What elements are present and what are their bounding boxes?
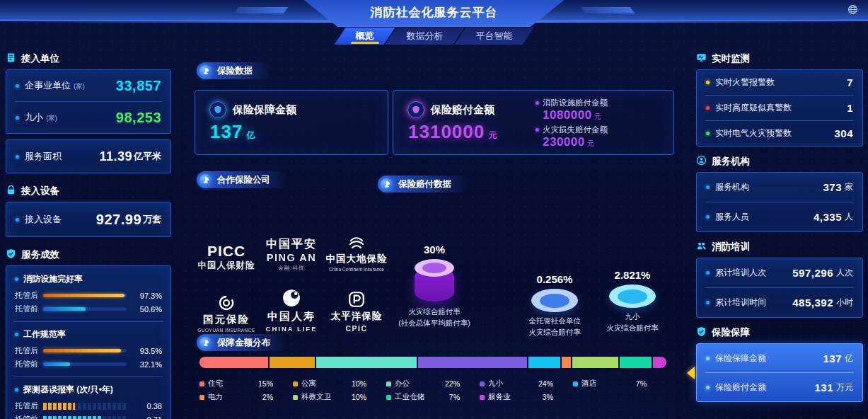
- bar-row-value: 0.38: [132, 402, 162, 411]
- bullet-icon: [706, 106, 710, 110]
- payout-label: 保险赔付金额: [431, 103, 494, 117]
- stat-value: 137: [823, 352, 842, 365]
- detail-value: 230000: [543, 135, 585, 149]
- payout-detail-item: 消防设施赔付金额1080000元: [536, 98, 608, 122]
- effect-bar-row: 托管后97.3%: [15, 289, 162, 302]
- section-insurance-data: 保险数据: [197, 62, 271, 79]
- legend-value: 10%: [352, 379, 366, 388]
- legend-label: 公寓: [301, 379, 316, 389]
- legend-label: 办公: [395, 379, 410, 389]
- effect-group: 工作规范率托管后93.5%托管前32.1%: [6, 323, 170, 376]
- legend-item[interactable]: 科教文卫10%: [293, 391, 386, 403]
- stat-value: 373: [823, 181, 842, 193]
- stat-row: 企事业单位(家)33,857: [6, 70, 170, 101]
- section-title: 合作保险公司: [217, 174, 270, 186]
- section-title: 保险赔付数据: [398, 178, 451, 190]
- tab-data-analysis[interactable]: 数据分析: [386, 28, 465, 45]
- page-title: 消防社会化服务云平台: [304, 0, 565, 27]
- stat-label: 服务人员: [715, 211, 749, 223]
- section-coverage-distribution: 保障金额分布: [197, 334, 289, 351]
- stat-row: 实时火警报警数7: [697, 70, 862, 95]
- bullet-icon: [16, 155, 19, 159]
- legend-item[interactable]: 公寓10%: [293, 378, 386, 389]
- legend-item[interactable]: 服务业3%: [480, 391, 573, 403]
- stat-value: 485,392: [792, 297, 833, 309]
- stat-row: 累计培训时间485,392小时: [697, 288, 862, 317]
- stat-label: 服务面积: [25, 150, 62, 163]
- effect-bar-row: 托管前0.71: [15, 413, 162, 419]
- legend-item[interactable]: 工业仓储7%: [386, 391, 480, 403]
- section-title: 接入设备: [21, 185, 59, 197]
- detail-label: 火灾损失赔付金额: [543, 125, 608, 135]
- stat-label: 实时火警报警数: [715, 76, 775, 88]
- stat-value: 597,296: [792, 267, 833, 279]
- legend-label: 工业仓储: [395, 392, 424, 402]
- collapse-panel-arrow[interactable]: [687, 367, 695, 379]
- coverage-card-head: 保险保障金额: [209, 101, 388, 118]
- effect-bar-row: 托管前32.1%: [15, 357, 162, 371]
- legend-item[interactable]: 酒店7%: [573, 378, 666, 389]
- legend-value: 3%: [543, 393, 553, 401]
- dashboard-page: 消防社会化服务云平台 概览 数据分析 平台智能 接入单位 企事业单位(家)33,…: [0, 0, 868, 419]
- bar-segment: [270, 357, 315, 368]
- bar-track: [43, 416, 127, 419]
- effect-group: 消防设施完好率托管后97.3%托管前50.6%: [6, 268, 170, 321]
- bullet-icon: [706, 357, 710, 360]
- stat-unit: 人次: [836, 267, 853, 279]
- stat-row: 接入设备927.99万套: [6, 202, 170, 236]
- legend-item[interactable]: 电力2%: [199, 391, 293, 403]
- legend-value: 2%: [262, 393, 273, 401]
- legend-item[interactable]: 九小24%: [480, 378, 573, 389]
- bar-fill: [43, 294, 125, 297]
- fire-training-card: 累计培训人次597,296人次累计培训时间485,392小时: [696, 258, 863, 318]
- payout-amount-card: 保险赔付金额 1310000元 消防设施赔付金额1080000元火灾损失赔付金额…: [393, 90, 674, 155]
- logo-text-sub: PING AN: [267, 253, 316, 263]
- legend-item[interactable]: 住宅15%: [199, 378, 293, 389]
- pie-chart-icon: [199, 337, 212, 349]
- bullet-icon: [15, 333, 18, 336]
- section-title: 保险保障: [712, 326, 750, 339]
- legend-label: 住宅: [208, 379, 223, 389]
- partner-logo-guoyuan: 国元保险GUOYUAN INSURANCE: [194, 279, 259, 335]
- rate-sublabel: (社会总体平均赔付率): [398, 318, 470, 329]
- people-icon: [696, 241, 707, 253]
- lock-icon: [6, 185, 16, 197]
- bar-row-label: 托管前: [15, 304, 43, 314]
- bullet-icon: [16, 218, 19, 222]
- service-agency-card: 服务机构373家服务人员4,335人: [696, 172, 863, 232]
- effect-group-title: 探测器误报率 (次/只•年): [23, 384, 113, 396]
- bullet-icon: [16, 116, 19, 120]
- rate-value: 0.256%: [537, 273, 573, 285]
- legend-swatch: [199, 395, 204, 400]
- tab-platform-intelligence[interactable]: 平台智能: [455, 28, 534, 45]
- section-title: 消防培训: [712, 241, 750, 253]
- bullet-icon: [536, 101, 539, 105]
- legend-value: 7%: [449, 393, 460, 401]
- bar-row-label: 托管后: [15, 290, 43, 301]
- shield-icon: [696, 326, 707, 339]
- effect-bar-row: 托管后93.5%: [15, 344, 162, 357]
- coverage-value: 137: [210, 121, 243, 142]
- legend-item[interactable]: 办公22%: [386, 378, 480, 389]
- logo-text-sub: CPIC: [345, 324, 367, 333]
- partner-logos-grid: PICC中国人保财险中国平安PING AN金融·科技中国大地保险China Co…: [194, 218, 389, 335]
- stat-label: 接入设备: [25, 213, 62, 226]
- service-effect-card: 消防设施完好率托管后97.3%托管前50.6%工作规范率托管后93.5%托管前3…: [6, 265, 171, 419]
- stat-label: 累计培训时间: [715, 297, 766, 309]
- rate-sublabel: 火灾综合赔付率: [606, 323, 659, 334]
- logo-text-main: 中国人寿: [267, 310, 316, 323]
- bar-row-value: 97.3%: [132, 292, 162, 300]
- globe-icon[interactable]: [847, 4, 858, 15]
- stat-value: 304: [834, 127, 853, 139]
- payout-unit: 元: [488, 130, 497, 140]
- effect-bar-row: 托管前50.6%: [15, 302, 162, 316]
- group-divider: [13, 377, 163, 377]
- section-service-effect: 服务成效: [6, 248, 171, 261]
- stat-row: 服务人员4,335人: [697, 202, 862, 231]
- legend-label: 服务业: [488, 392, 511, 402]
- effect-bar-row: 托管后0.38: [15, 399, 162, 413]
- section-title: 服务成效: [21, 248, 59, 261]
- tab-overview[interactable]: 概览: [335, 28, 395, 45]
- section-realtime-monitor: 实时监测: [696, 52, 863, 65]
- stat-unit: 亿平米: [134, 150, 161, 163]
